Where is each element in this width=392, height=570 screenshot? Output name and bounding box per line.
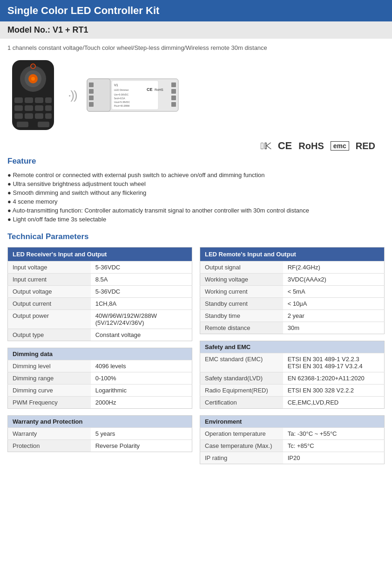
row-value: Tc: +85°C: [283, 440, 385, 452]
row-value: < 10μA: [283, 298, 385, 310]
svg-text:RoHS: RoHS: [155, 88, 163, 91]
warranty-table: Warranty and Protection Warranty 5 years…: [7, 415, 192, 452]
svg-rect-22: [89, 82, 94, 87]
table-row: Input current 8.5A: [8, 274, 192, 286]
svg-rect-15: [25, 113, 33, 119]
svg-rect-6: [14, 97, 23, 103]
row-label: IP rating: [200, 452, 283, 464]
svg-text:Uin=5-36VDC: Uin=5-36VDC: [114, 93, 128, 96]
receiver-image: V1 LED Dimmer Uin=5-36VDC 5mA=8.5A Uout=…: [86, 74, 179, 116]
left-column: LED Receiver's Input and Output Input vo…: [7, 247, 192, 459]
svg-rect-23: [89, 89, 94, 94]
row-value: 30m: [283, 322, 385, 334]
row-value: 2000Hz: [91, 397, 192, 409]
row-label: Working voltage: [200, 274, 283, 286]
page-title: Single Color LED Controller Kit: [7, 5, 385, 17]
row-label: Input current: [8, 274, 91, 286]
svg-rect-37: [171, 96, 176, 100]
row-label: Certification: [200, 397, 283, 409]
svg-text:Pout=40-288W: Pout=40-288W: [114, 104, 130, 107]
svg-rect-24: [89, 96, 94, 100]
svg-rect-11: [25, 105, 33, 111]
svg-rect-9: [45, 97, 52, 103]
product-subtitle: 1 channels constant voltage/Touch color …: [7, 44, 385, 51]
safety-table: Safety and EMC EMC standard (EMC) ETSI E…: [200, 341, 385, 409]
certifications-row: 𝔺𝕂 CE RoHS emc RED: [7, 140, 385, 152]
table-row: Standby current < 10μA: [200, 298, 385, 310]
table-row: Input voltage 5-36VDC: [8, 261, 192, 274]
row-value: < 5mA: [283, 286, 385, 298]
dimming-table: Dimming data Dimming level 4096 levels D…: [7, 348, 192, 409]
row-value: 5-36VDC: [91, 286, 192, 298]
product-images: ·)) V1 LED Dimmer Uin=5-36VDC 5mA=8.5A U…: [7, 58, 385, 132]
cert-emc: emc: [331, 141, 349, 151]
row-label: Remote distance: [200, 322, 283, 334]
svg-rect-14: [14, 113, 23, 119]
svg-rect-7: [25, 97, 33, 103]
table-row: PWM Frequency 2000Hz: [8, 397, 192, 409]
table-row: Dimming level 4096 levels: [8, 360, 192, 372]
table-row: Operation temperature Ta: -30°C ~ +55°C: [200, 428, 385, 440]
table-row: Output voltage 5-36VDC: [8, 286, 192, 298]
svg-text:CE: CE: [147, 87, 153, 92]
row-value: 8.5A: [91, 274, 192, 286]
table-row: IP rating IP20: [200, 452, 385, 464]
svg-rect-35: [171, 82, 176, 87]
remote-table: LED Remote's Input and Output Output sig…: [200, 247, 385, 334]
row-value: 1CH,8A: [91, 298, 192, 310]
svg-rect-18: [17, 122, 28, 127]
row-value: 4096 levels: [91, 360, 192, 372]
signal-icon: ·)): [68, 88, 77, 103]
row-label: Standby time: [200, 310, 283, 322]
model-bar: Model No.: V1 + RT1: [0, 21, 392, 39]
table-row: Output current 1CH,8A: [8, 298, 192, 310]
model-number: Model No.: V1 + RT1: [7, 25, 385, 35]
row-label: Dimming range: [8, 372, 91, 385]
tables-row: LED Receiver's Input and Output Input vo…: [7, 247, 385, 471]
right-column: LED Remote's Input and Output Output sig…: [200, 247, 385, 471]
feature-item: Auto-transmitting function: Controller a…: [7, 206, 385, 215]
row-value: ETSI EN 301 489-1 V2.2.3 ETSI EN 301 489…: [283, 353, 385, 372]
table-row: Safety standard(LVD) EN 62368-1:2020+A11…: [200, 372, 385, 385]
svg-rect-10: [14, 105, 23, 111]
safety-table-header: Safety and EMC: [200, 341, 385, 353]
tech-params-section-title: Technical Parameters: [7, 232, 385, 241]
table-row: EMC standard (EMC) ETSI EN 301 489-1 V2.…: [200, 353, 385, 372]
row-label: Output power: [8, 310, 91, 329]
svg-rect-13: [45, 105, 52, 111]
row-label: Standby current: [200, 298, 283, 310]
row-value: RF(2.4GHz): [283, 261, 385, 274]
dimming-table-header: Dimming data: [8, 348, 192, 360]
row-label: Output current: [8, 298, 91, 310]
feature-item: Smooth dimming and switch without any fl…: [7, 188, 385, 197]
svg-text:LED Dimmer: LED Dimmer: [114, 89, 129, 91]
table-row: Certification CE,EMC,LVD,RED: [200, 397, 385, 409]
row-value: 5 years: [91, 428, 192, 440]
svg-rect-8: [35, 97, 43, 103]
feature-item: 4 scene memory: [7, 197, 385, 206]
row-value: 40W/96W/192W/288W (5V/12V/24V/36V): [91, 310, 192, 329]
table-row: Output power 40W/96W/192W/288W (5V/12V/2…: [8, 310, 192, 329]
environment-table-header: Environment: [200, 416, 385, 428]
feature-item: Ultra sensitive brightness adjustment to…: [7, 179, 385, 188]
row-label: Radio Equipment(RED): [200, 385, 283, 397]
feature-section-title: Feature: [7, 157, 385, 166]
row-value: 3VDC(AAAx2): [283, 274, 385, 286]
row-value: Reverse Polarity: [91, 440, 192, 452]
remote-table-header: LED Remote's Input and Output: [200, 247, 385, 261]
row-label: Output voltage: [8, 286, 91, 298]
table-row: Dimming curve Logarithmic: [8, 385, 192, 397]
row-label: Operation temperature: [200, 428, 283, 440]
row-value: 0-100%: [91, 372, 192, 385]
table-row: Working current < 5mA: [200, 286, 385, 298]
svg-rect-36: [171, 89, 176, 94]
row-value: 2 year: [283, 310, 385, 322]
svg-rect-19: [38, 122, 49, 127]
feature-list: Remote control or connected with externa…: [7, 171, 385, 224]
row-label: Output signal: [200, 261, 283, 274]
cert-ce: CE: [278, 140, 292, 152]
warranty-table-header: Warranty and Protection: [8, 416, 192, 428]
svg-text:Uout=5-36VDC: Uout=5-36VDC: [114, 101, 130, 103]
row-label: Working current: [200, 286, 283, 298]
svg-point-5: [31, 64, 35, 69]
